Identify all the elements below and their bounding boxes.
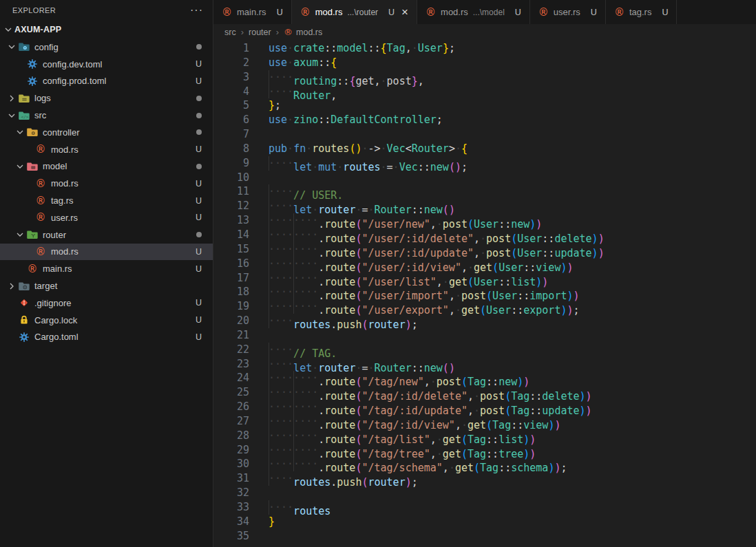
line-number: 12 <box>213 199 249 213</box>
chevron-right-icon[interactable] <box>6 93 18 104</box>
line-content[interactable]: ····let·mut·routes·=·Vec::new(); <box>269 156 468 171</box>
line-content[interactable]: ········.route("/tag/list",·get(Tag::lis… <box>269 429 536 443</box>
line-content[interactable]: ····routes.push(router); <box>269 314 418 328</box>
line-content[interactable] <box>269 486 293 500</box>
line-content[interactable]: }; <box>269 98 281 113</box>
code-line: 9····let·mut·routes·=·Vec::new(); <box>213 156 756 171</box>
line-content[interactable]: use·axum::{ <box>269 56 337 70</box>
line-content[interactable]: ····routes <box>269 500 330 515</box>
line-content[interactable]: ········.route("/tag/:id/update",·post(T… <box>269 400 592 414</box>
tab-tag.rs[interactable]: ®tag.rsU <box>606 0 678 24</box>
tree-item-mod.rs[interactable]: ®mod.rsU <box>0 175 213 192</box>
tree-item-cargo.toml[interactable]: Cargo.tomlU <box>0 329 213 346</box>
code-line: 3····routing::{get,·post}, <box>213 70 756 85</box>
tree-item-cargo.lock[interactable]: Cargo.lockU <box>0 312 213 329</box>
tree-item-config.prod.toml[interactable]: config.prod.tomlU <box>0 73 213 90</box>
breadcrumb-item-mod.rs[interactable]: ®mod.rs <box>284 27 322 38</box>
line-content[interactable]: ········.route("/tag/:id/view",·get(Tag:… <box>269 414 560 429</box>
close-icon[interactable]: × <box>401 8 408 17</box>
line-content[interactable]: use·crate::model::{Tag,·User}; <box>269 41 455 56</box>
line-content[interactable]: ····// TAG. <box>269 343 337 357</box>
project-root-row[interactable]: AXUM-APP <box>0 21 213 38</box>
line-content[interactable]: pub·fn·routes()·->·Vec<Router>·{ <box>269 142 468 156</box>
chevron-down-icon[interactable] <box>6 110 18 121</box>
tree-item-user.rs[interactable]: ®user.rsU <box>0 209 213 226</box>
line-content[interactable]: ········.route("/tag/:id/delete",·post(T… <box>269 385 592 400</box>
line-number: 13 <box>213 213 249 228</box>
whitespace-dot: · <box>306 142 312 155</box>
code-token: schema <box>511 462 548 474</box>
line-content[interactable]: ········.route("/user/:id/view",·get(Use… <box>269 257 574 271</box>
code-line: 6use·zino::DefaultController; <box>213 113 756 127</box>
line-content[interactable]: ········.route("/user/:id/delete",·post(… <box>269 228 605 242</box>
code-token: ) <box>406 476 412 489</box>
tab-mod.rs-model[interactable]: ®mod.rs...\modelU <box>417 0 530 24</box>
tree-item-mod.rs[interactable]: ®mod.rsU <box>0 244 213 261</box>
tree-item-mod.rs[interactable]: ®mod.rsU <box>0 141 213 158</box>
line-number: 28 <box>213 429 249 443</box>
tree-item-main.rs[interactable]: ®main.rsU <box>0 260 213 277</box>
rust-icon: ® <box>34 195 47 206</box>
indent-guide: ···· <box>269 199 293 213</box>
line-content[interactable] <box>269 171 293 185</box>
breadcrumb: src›router›®mod.rs <box>213 24 756 40</box>
tree-item-logs[interactable]: logs <box>0 89 213 107</box>
line-content[interactable]: } <box>269 515 275 529</box>
chevron-down-icon[interactable] <box>14 127 26 138</box>
code-token: ; <box>437 114 443 126</box>
git-status-badge: U <box>196 144 202 154</box>
line-number: 22 <box>213 343 249 357</box>
code-token: get <box>455 462 474 474</box>
line-content[interactable]: ····routing::{get,·post}, <box>269 70 424 85</box>
line-content[interactable]: ····Router, <box>269 85 337 99</box>
tree-item-label: config.prod.toml <box>43 76 107 86</box>
tab-main.rs[interactable]: ®main.rsU <box>213 0 292 24</box>
tab-user.rs[interactable]: ®user.rsU <box>530 0 606 24</box>
git-status-badge: U <box>196 332 202 342</box>
code-token: ; <box>275 99 281 111</box>
line-content[interactable]: use·zino::DefaultController; <box>269 113 443 127</box>
code-token: :: <box>337 75 349 87</box>
line-content[interactable]: ····let·router·=·Router::new() <box>269 357 455 372</box>
code-token: post <box>387 75 412 87</box>
tree-item-model[interactable]: model <box>0 158 213 175</box>
chevron-down-icon[interactable] <box>14 161 26 172</box>
code-token: , <box>449 304 455 317</box>
tree-item-controller[interactable]: controller <box>0 124 213 141</box>
more-actions-icon[interactable]: ··· <box>190 7 203 14</box>
breadcrumb-item-src[interactable]: src <box>224 28 236 37</box>
line-content[interactable]: ········.route("/user/import",·post(User… <box>269 285 580 299</box>
code-token: -> <box>368 142 381 155</box>
tree-item-config[interactable]: config <box>0 39 213 56</box>
chevron-down-icon[interactable] <box>6 41 18 52</box>
tree-item-.gitignore[interactable]: .gitignoreU <box>0 294 213 312</box>
tree-item-tag.rs[interactable]: ®tag.rsU <box>0 192 213 209</box>
chevron-down-icon[interactable] <box>2 24 14 35</box>
line-number: 14 <box>213 228 249 242</box>
line-content[interactable]: ········.route("/tag/tree",·get(Tag::tre… <box>269 443 536 458</box>
line-content[interactable]: ········.route("/tag/schema",·get(Tag::s… <box>269 457 567 471</box>
line-number: 33 <box>213 500 249 515</box>
git-status-badge: U <box>196 264 202 274</box>
line-content[interactable]: ········.route("/user/new",·post(User::n… <box>269 213 542 228</box>
breadcrumb-item-router[interactable]: router <box>249 28 271 37</box>
tree-item-src[interactable]: </>src <box>0 107 213 124</box>
chevron-down-icon[interactable] <box>14 229 26 240</box>
line-content[interactable]: ········.route("/tag/new",·post(Tag::new… <box>269 371 529 385</box>
line-content[interactable]: ········.route("/user/:id/update",·post(… <box>269 242 605 257</box>
tree-item-router[interactable]: router <box>0 226 213 244</box>
line-content[interactable]: ········.route("/user/list",·get(User::l… <box>269 271 548 286</box>
chevron-right-icon[interactable] <box>6 281 18 292</box>
code-token: pub <box>269 142 287 155</box>
code-token: router <box>368 319 405 331</box>
line-content[interactable]: ····// USER. <box>269 184 343 199</box>
line-content[interactable]: ····routes.push(router); <box>269 471 418 486</box>
line-content[interactable]: ········.route("/user/export",·get(User:… <box>269 299 580 314</box>
line-content[interactable] <box>269 328 293 343</box>
indent-guide: ···· <box>293 414 318 429</box>
tree-item-config.dev.toml[interactable]: config.dev.tomlU <box>0 56 213 73</box>
tab-description: ...\router <box>347 8 378 17</box>
tab-mod.rs-router[interactable]: ®mod.rs...\routerU× <box>292 0 417 24</box>
line-content[interactable]: ····let·router·=·Router::new() <box>269 199 455 213</box>
tree-item-target[interactable]: target <box>0 277 213 294</box>
